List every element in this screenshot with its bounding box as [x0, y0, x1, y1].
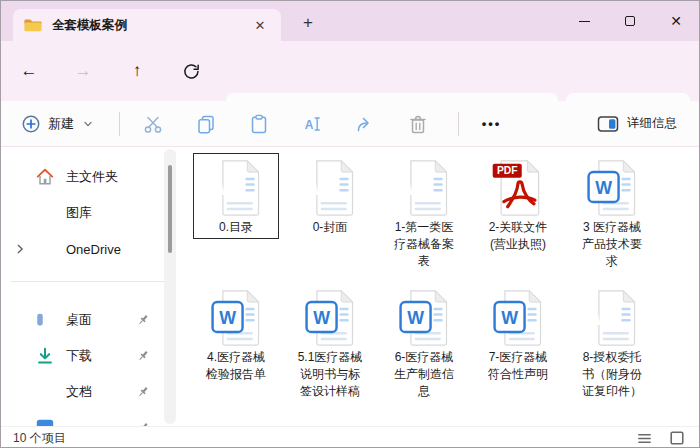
- navigation-bar: ← → ↑ … 全套模板案例 在 全套模: [1, 41, 699, 101]
- file-item[interactable]: 4.医疗器械检验报告单: [189, 283, 283, 413]
- word-outline-file-icon: [300, 288, 360, 348]
- file-tile[interactable]: 8-授权委托书（附身份证复印件）: [569, 283, 655, 403]
- word-solid-file-icon: [394, 158, 454, 218]
- forward-button[interactable]: →: [63, 53, 103, 89]
- new-tab-button[interactable]: +: [293, 10, 323, 36]
- content-area: 主文件夹 图库 OneDrive 桌面 下载 文档: [1, 147, 699, 426]
- file-item[interactable]: 0-封面: [283, 153, 377, 283]
- sidebar-item-label: 文档: [66, 383, 92, 401]
- sidebar-item-onedrive[interactable]: OneDrive: [1, 231, 186, 267]
- file-name: 8-授权委托书（附身份证复印件）: [579, 349, 645, 400]
- word-solid-file-icon: [300, 158, 360, 218]
- tab-title: 全套模板案例: [52, 17, 249, 34]
- maximize-button[interactable]: [607, 1, 653, 41]
- toolbar-divider: [119, 112, 120, 136]
- download-icon: [35, 346, 55, 366]
- sidebar-item-label: OneDrive: [66, 242, 121, 257]
- sidebar-item-label: 图库: [66, 204, 92, 222]
- expand-chevron-icon[interactable]: [13, 242, 27, 256]
- file-tile[interactable]: 6-医疗器械生产制造信息: [381, 283, 467, 403]
- minimize-button[interactable]: [561, 1, 607, 41]
- sidebar-item-gallery[interactable]: 图库: [1, 195, 186, 231]
- file-item[interactable]: 1-第一类医疗器械备案表: [377, 153, 471, 283]
- document-icon: [35, 382, 55, 402]
- pin-icon: [136, 385, 150, 399]
- word-outline-file-icon: [206, 288, 266, 348]
- file-name: 3 医疗器械产品技术要求: [579, 219, 645, 270]
- file-grid: 0.目录 0-封面 1-第一类医疗器械备案表 2-关联文件(营业执照) 3 医疗…: [189, 153, 659, 413]
- file-name: 7-医疗器械符合性声明: [485, 349, 551, 383]
- file-tile[interactable]: 1-第一类医疗器械备案表: [381, 153, 467, 273]
- sidebar-item-documents[interactable]: 文档: [1, 374, 186, 410]
- file-name: 4.医疗器械检验报告单: [203, 349, 269, 383]
- file-tile[interactable]: 4.医疗器械检验报告单: [193, 283, 279, 386]
- details-pane-icon: [597, 114, 619, 134]
- more-options-button[interactable]: •••: [465, 105, 518, 143]
- close-button[interactable]: ✕: [653, 1, 699, 41]
- share-icon: [355, 114, 375, 134]
- explorer-tab[interactable]: 全套模板案例 ✕: [13, 9, 281, 41]
- copy-button[interactable]: [179, 105, 232, 143]
- file-item[interactable]: 2-关联文件(营业执照): [471, 153, 565, 283]
- file-tile[interactable]: 5.1医疗器械说明书与标签设计样稿: [287, 283, 373, 403]
- up-icon: ↑: [133, 61, 142, 81]
- sidebar-item-label: 下载: [66, 347, 92, 365]
- sidebar-divider: [11, 281, 174, 282]
- pdf-file-icon: [488, 158, 548, 218]
- folder-icon: [23, 15, 43, 35]
- file-tile[interactable]: 0-封面: [287, 153, 373, 239]
- minimize-icon: [579, 21, 590, 22]
- sidebar-item-label: 主文件夹: [66, 168, 118, 186]
- file-tile[interactable]: 7-医疗器械符合性声明: [475, 283, 561, 386]
- file-item[interactable]: 5.1医疗器械说明书与标签设计样稿: [283, 283, 377, 413]
- maximize-icon: [625, 16, 635, 26]
- scrollbar-thumb[interactable]: [168, 165, 172, 253]
- details-view-button[interactable]: [636, 430, 653, 447]
- close-tab-icon[interactable]: ✕: [249, 14, 271, 36]
- rename-button[interactable]: [285, 105, 338, 143]
- pin-icon: [136, 313, 150, 327]
- sidebar-item-home[interactable]: 主文件夹: [1, 159, 186, 195]
- file-name: 0.目录: [203, 219, 269, 236]
- new-button-label: 新建: [48, 115, 74, 133]
- details-button[interactable]: 详细信息: [587, 107, 687, 141]
- trash-icon: [408, 114, 428, 134]
- pin-icon: [136, 349, 150, 363]
- file-tile[interactable]: 0.目录: [193, 153, 279, 239]
- sidebar-item-desktop[interactable]: 桌面: [1, 302, 186, 338]
- plus-circle-icon: [21, 114, 41, 134]
- file-tile[interactable]: 3 医疗器械产品技术要求: [569, 153, 655, 273]
- close-icon: ✕: [670, 14, 682, 28]
- file-name: 0-封面: [297, 219, 363, 236]
- file-item[interactable]: 3 医疗器械产品技术要求: [565, 153, 659, 283]
- up-button[interactable]: ↑: [117, 53, 157, 89]
- sidebar-item-label: 桌面: [66, 311, 92, 329]
- forward-icon: →: [75, 61, 92, 81]
- status-bar: 10 个项目: [1, 426, 699, 448]
- gallery-icon: [35, 203, 55, 223]
- back-button[interactable]: ←: [9, 53, 49, 89]
- command-toolbar: 新建 ••• 详细信息: [1, 101, 699, 147]
- sidebar-item-pictures[interactable]: [1, 410, 186, 426]
- file-item[interactable]: 6-医疗器械生产制造信息: [377, 283, 471, 413]
- word-outline-file-icon: [394, 288, 454, 348]
- sidebar-scrollbar[interactable]: [164, 149, 176, 424]
- back-icon: ←: [21, 61, 38, 81]
- paste-button[interactable]: [232, 105, 285, 143]
- file-item[interactable]: 8-授权委托书（附身份证复印件）: [565, 283, 659, 413]
- new-button[interactable]: 新建: [11, 108, 105, 140]
- refresh-button[interactable]: [171, 53, 211, 89]
- file-item[interactable]: 7-医疗器械符合性声明: [471, 283, 565, 413]
- rename-icon: [302, 114, 322, 134]
- file-item[interactable]: 0.目录: [189, 153, 283, 283]
- large-icons-view-button[interactable]: [669, 430, 685, 446]
- file-tile[interactable]: 2-关联文件(营业执照): [475, 153, 561, 256]
- details-label: 详细信息: [627, 115, 677, 132]
- share-button[interactable]: [338, 105, 391, 143]
- cut-button[interactable]: [126, 105, 179, 143]
- home-icon: [35, 167, 55, 187]
- sidebar-item-downloads[interactable]: 下载: [1, 338, 186, 374]
- delete-button[interactable]: [391, 105, 444, 143]
- word-solid-file-icon: [582, 288, 642, 348]
- pictures-icon: [35, 418, 55, 426]
